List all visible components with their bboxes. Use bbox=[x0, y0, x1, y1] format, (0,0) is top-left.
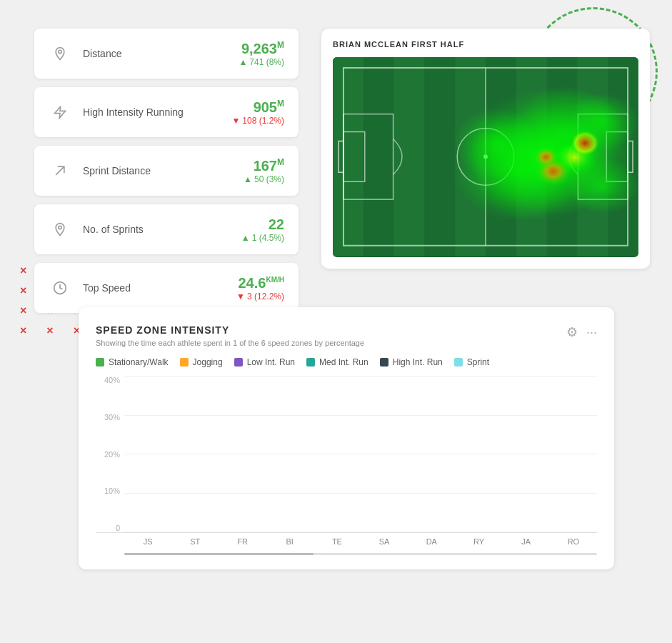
legend-dot bbox=[180, 358, 189, 367]
stat-change-sprint-distance: ▲50 (3%) bbox=[244, 174, 284, 184]
clock-icon bbox=[49, 276, 71, 299]
chart-header: SPEED ZONE INTENSITY Showing the time ea… bbox=[96, 324, 597, 347]
x-axis-label: BI bbox=[266, 537, 314, 546]
stat-card-no-sprints: No. of Sprints 22 ▲1 (4.5%) bbox=[34, 204, 299, 254]
chart-scrollbar[interactable] bbox=[124, 553, 597, 555]
chart-subtitle: Showing the time each athlete spent in 1… bbox=[96, 339, 364, 347]
svg-point-29 bbox=[567, 93, 638, 150]
stat-change-distance: ▲741 (8%) bbox=[239, 57, 284, 67]
settings-icon[interactable]: ⚙ bbox=[566, 324, 578, 340]
legend-label: Low Int. Run bbox=[247, 357, 295, 367]
stat-card-top-speed: Top Speed 24.6KM/H ▼3 (12.2%) bbox=[34, 263, 299, 313]
legend-label: Jogging bbox=[193, 357, 223, 367]
x-axis-label: SA bbox=[361, 537, 408, 546]
stat-main-no-sprints: 22 bbox=[241, 216, 284, 233]
x-axis-label: JA bbox=[503, 537, 550, 546]
stat-label-top-speed: Top Speed bbox=[83, 282, 236, 294]
stat-main-high-intensity: 905M bbox=[231, 99, 284, 116]
x-axis-label: RY bbox=[455, 537, 502, 546]
stat-card-high-intensity: High Intensity Running 905M ▼108 (1.2%) bbox=[34, 87, 299, 137]
location-pin-icon-2 bbox=[49, 218, 71, 241]
legend-dot bbox=[96, 358, 104, 367]
stat-values-no-sprints: 22 ▲1 (4.5%) bbox=[241, 216, 284, 243]
y-axis-label: 20% bbox=[96, 450, 124, 459]
x-axis-label: ST bbox=[171, 537, 219, 546]
x-axis-label: FR bbox=[219, 537, 266, 546]
chart-title: SPEED ZONE INTENSITY bbox=[96, 324, 364, 336]
legend-dot bbox=[234, 358, 243, 367]
stats-panel: Distance 9,263M ▲741 (8%) High Intensity… bbox=[34, 29, 299, 313]
chart-controls[interactable]: ⚙ ··· bbox=[566, 324, 597, 340]
legend-item: High Int. Run bbox=[380, 357, 443, 367]
legend-item: Jogging bbox=[180, 357, 223, 367]
stat-label-sprint-distance: Sprint Distance bbox=[83, 165, 244, 176]
svg-point-2 bbox=[59, 226, 61, 229]
more-options-icon[interactable]: ··· bbox=[586, 325, 597, 340]
legend-label: Sprint bbox=[467, 357, 489, 367]
stat-values-top-speed: 24.6KM/H ▼3 (12.2%) bbox=[236, 274, 284, 301]
x-mark: × bbox=[20, 284, 26, 297]
location-pin-icon bbox=[49, 42, 71, 65]
svg-point-28 bbox=[453, 107, 538, 179]
legend-label: Med Int. Run bbox=[319, 357, 368, 367]
x-axis-label: DA bbox=[408, 537, 455, 546]
x-axis-label: RO bbox=[550, 537, 597, 546]
legend-item: Med Int. Run bbox=[306, 357, 368, 367]
chart-legend: Stationary/WalkJoggingLow Int. RunMed In… bbox=[96, 357, 597, 367]
svg-point-30 bbox=[567, 157, 638, 214]
y-axis-label: 40% bbox=[96, 376, 124, 384]
lightning-icon bbox=[49, 101, 71, 124]
bar-chart: 40%30%20%10%0 bbox=[96, 376, 597, 533]
svg-point-0 bbox=[59, 50, 61, 53]
legend-dot bbox=[454, 358, 463, 367]
bar-groups bbox=[124, 376, 597, 532]
stat-values-sprint-distance: 167M ▲50 (3%) bbox=[244, 157, 284, 184]
chart-panel: SPEED ZONE INTENSITY Showing the time ea… bbox=[79, 307, 614, 569]
stat-label-no-sprints: No. of Sprints bbox=[83, 224, 241, 235]
y-axis-label: 0 bbox=[96, 524, 124, 532]
heatmap-title: BRIAN MCCLEAN FIRST HALF bbox=[333, 40, 638, 49]
x-mark: × bbox=[20, 304, 26, 317]
x-axis-label: JS bbox=[124, 537, 171, 546]
y-axis-label: 30% bbox=[96, 413, 124, 422]
y-axis: 40%30%20%10%0 bbox=[96, 376, 124, 532]
legend-item: Sprint bbox=[454, 357, 489, 367]
x-axis-label: TE bbox=[314, 537, 361, 546]
heatmap-field bbox=[333, 57, 638, 257]
y-axis-label: 10% bbox=[96, 487, 124, 495]
chart-scrollbar-thumb[interactable] bbox=[124, 553, 314, 555]
stat-main-sprint-distance: 167M bbox=[244, 157, 284, 174]
stat-values-distance: 9,263M ▲741 (8%) bbox=[239, 40, 284, 67]
legend-item: Low Int. Run bbox=[234, 357, 295, 367]
legend-item: Stationary/Walk bbox=[96, 357, 169, 367]
stat-change-no-sprints: ▲1 (4.5%) bbox=[241, 233, 284, 243]
stat-card-distance: Distance 9,263M ▲741 (8%) bbox=[34, 29, 299, 79]
legend-dot bbox=[380, 358, 388, 367]
heatmap-panel: BRIAN MCCLEAN FIRST HALF bbox=[321, 29, 650, 269]
legend-dot bbox=[306, 358, 315, 367]
stat-main-top-speed: 24.6KM/H bbox=[236, 274, 284, 291]
x-mark: × bbox=[20, 324, 26, 337]
arrow-diagonal-icon bbox=[49, 159, 71, 182]
stat-change-top-speed: ▼3 (12.2%) bbox=[236, 291, 284, 301]
stat-main-distance: 9,263M bbox=[239, 40, 284, 57]
chart-header-left: SPEED ZONE INTENSITY Showing the time ea… bbox=[96, 324, 364, 347]
stat-values-high-intensity: 905M ▼108 (1.2%) bbox=[231, 99, 284, 126]
stat-label-high-intensity: High Intensity Running bbox=[83, 106, 231, 118]
legend-label: Stationary/Walk bbox=[109, 357, 169, 367]
x-axis-labels: JSSTFRBITESADARYJARO bbox=[96, 537, 597, 546]
stat-label-distance: Distance bbox=[83, 48, 239, 59]
x-mark: × bbox=[20, 264, 26, 277]
stat-card-sprint-distance: Sprint Distance 167M ▲50 (3%) bbox=[34, 146, 299, 196]
svg-line-1 bbox=[56, 166, 64, 175]
stat-change-high-intensity: ▼108 (1.2%) bbox=[231, 116, 284, 126]
x-mark: × bbox=[46, 324, 53, 337]
legend-label: High Int. Run bbox=[393, 357, 443, 367]
